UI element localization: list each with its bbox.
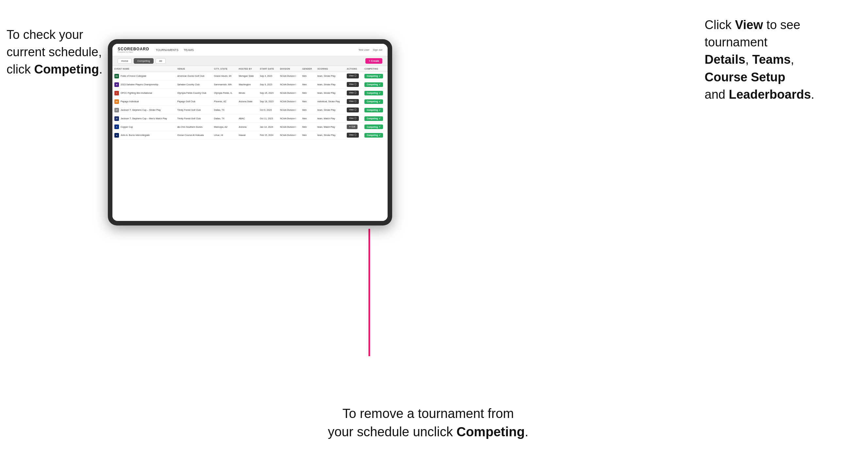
cell-division: NCAA Division I xyxy=(278,72,300,81)
brand-title: SCOREBOARD xyxy=(118,47,149,51)
view-btn[interactable]: View ⓘ xyxy=(347,107,359,113)
competing-badge[interactable]: Competing ✓ xyxy=(364,125,383,129)
cell-event-name: FS Folds of Honor Collegiate xyxy=(113,72,175,81)
cell-city-state: Sammamish, WA xyxy=(212,81,237,89)
cell-scoring: team, Match Play xyxy=(315,114,345,123)
cell-actions: ✏ Edit xyxy=(345,123,363,131)
table-row: H John A. Burns Intercollegiate Ocean Co… xyxy=(113,131,388,139)
view-btn[interactable]: View ⓘ xyxy=(347,82,359,87)
competing-badge[interactable]: Competing ✓ xyxy=(364,108,383,113)
table-row: JT Jackson T. Stephens Cup – Stroke Play… xyxy=(113,106,388,114)
cell-event-name: W 2023 Sahalee Players Championship xyxy=(113,81,175,89)
event-name-text: Papago Individual xyxy=(121,100,139,103)
view-btn[interactable]: View ⓘ xyxy=(347,116,359,121)
brand: SCOREBOARD Powered by clippi xyxy=(118,47,149,53)
view-btn[interactable]: View ⓘ xyxy=(347,73,359,79)
cell-hosted-by: Arizona xyxy=(237,123,258,131)
cell-venue: Trinity Forest Golf Club xyxy=(175,106,212,114)
cell-actions: View ⓘ xyxy=(345,72,363,81)
event-name-text: 2023 Sahalee Players Championship xyxy=(121,83,158,86)
cell-venue: Trinity Forest Golf Club xyxy=(175,114,212,123)
table-head: EVENT NAME VENUE CITY, STATE HOSTED BY S… xyxy=(113,66,388,72)
competing-badge[interactable]: Competing ✓ xyxy=(364,116,383,121)
col-competing: COMPETING xyxy=(363,66,388,72)
table-row: FS Folds of Honor Collegiate American Du… xyxy=(113,72,388,81)
cell-venue: Olympia Fields Country Club xyxy=(175,89,212,97)
filter-bar: Home Competing All + Create xyxy=(113,56,388,66)
col-start-date: START DATE xyxy=(258,66,278,72)
tournaments-table: EVENT NAME VENUE CITY, STATE HOSTED BY S… xyxy=(113,66,388,139)
cell-city-state: Dallas, TX xyxy=(212,114,237,123)
cell-gender: Men xyxy=(300,114,315,123)
nav-tournaments[interactable]: TOURNAMENTS xyxy=(156,49,179,52)
cell-hosted-by: ABAC xyxy=(237,114,258,123)
edit-btn[interactable]: ✏ Edit xyxy=(347,125,358,129)
cell-gender: Men xyxy=(300,123,315,131)
nav-user: Test User xyxy=(359,49,370,51)
competing-badge[interactable]: Competing ✓ xyxy=(364,82,383,87)
cell-actions: View ⓘ xyxy=(345,81,363,89)
cell-city-state: Maricopa, AZ xyxy=(212,123,237,131)
col-hosted-by: HOSTED BY xyxy=(237,66,258,72)
cell-scoring: team, Stroke Play xyxy=(315,89,345,97)
nav-teams[interactable]: TEAMS xyxy=(184,49,194,52)
create-btn[interactable]: + Create xyxy=(365,58,382,64)
col-venue: VENUE xyxy=(175,66,212,72)
cell-hosted-by: Washington xyxy=(237,81,258,89)
view-btn[interactable]: View ⓘ xyxy=(347,91,359,95)
cell-event-name: I OFCC Fighting Illini Invitational xyxy=(113,89,175,97)
annotation-top-right: Click View to seetournamentDetails, Team… xyxy=(705,16,862,103)
cell-start-date: Feb 15, 2024 xyxy=(258,131,278,139)
nav-links: TOURNAMENTS TEAMS xyxy=(156,49,194,52)
cell-scoring: individual, Stroke Play xyxy=(315,97,345,106)
cell-division: NCAA Division I xyxy=(278,89,300,97)
nav-signout[interactable]: Sign out xyxy=(373,49,382,51)
brand-sub: Powered by clippi xyxy=(118,51,149,53)
cell-start-date: Oct 9, 2023 xyxy=(258,106,278,114)
view-btn[interactable]: View ⓘ xyxy=(347,133,359,137)
cell-actions: View ⓘ xyxy=(345,89,363,97)
table-container: EVENT NAME VENUE CITY, STATE HOSTED BY S… xyxy=(113,66,388,221)
cell-venue: Ak-Chin Southern Dunes xyxy=(175,123,212,131)
competing-badge[interactable]: Competing ✓ xyxy=(364,91,383,95)
team-logo: JT xyxy=(114,108,119,113)
cell-venue: Papago Golf Club xyxy=(175,97,212,106)
annotation-tr-text: Click View to seetournamentDetails, Team… xyxy=(705,18,814,101)
cell-competing: Competing ✓ xyxy=(363,131,388,139)
cell-division: NCAA Division I xyxy=(278,97,300,106)
cell-scoring: team, Stroke Play xyxy=(315,131,345,139)
filter-home-btn[interactable]: Home xyxy=(118,58,132,64)
competing-badge[interactable]: Competing ✓ xyxy=(364,99,383,104)
cell-gender: Men xyxy=(300,72,315,81)
cell-city-state: Grand Haven, MI xyxy=(212,72,237,81)
filter-all-btn[interactable]: All xyxy=(156,58,166,64)
cell-division: NCAA Division I xyxy=(278,81,300,89)
cell-event-name: JT Jackson T. Stephens Cup – Stroke Play xyxy=(113,106,175,114)
navbar: SCOREBOARD Powered by clippi TOURNAMENTS… xyxy=(113,44,388,56)
event-name-text: Copper Cup xyxy=(121,126,133,128)
table-row: I OFCC Fighting Illini Invitational Olym… xyxy=(113,89,388,97)
cell-actions: View ⓘ xyxy=(345,106,363,114)
cell-gender: Men xyxy=(300,81,315,89)
event-name-text: Jackson T. Stephens Cup – Stroke Play xyxy=(121,109,161,111)
cell-competing: Competing ✓ xyxy=(363,72,388,81)
cell-hosted-by: Arizona State xyxy=(237,97,258,106)
cell-competing: Competing ✓ xyxy=(363,123,388,131)
annotation-tl-text: To check yourcurrent schedule,click Comp… xyxy=(6,28,102,76)
cell-venue: Ocean Course At Hokuala xyxy=(175,131,212,139)
team-logo: SU xyxy=(114,99,119,104)
annotation-bot-text: To remove a tournament fromyour schedule… xyxy=(328,406,528,439)
col-event-name: EVENT NAME xyxy=(113,66,175,72)
cell-event-name: SU Papago Individual xyxy=(113,97,175,106)
cell-city-state: Olympia Fields, IL xyxy=(212,89,237,97)
cell-scoring: team, Stroke Play xyxy=(315,81,345,89)
view-btn[interactable]: View ⓘ xyxy=(347,99,359,104)
team-logo: H xyxy=(114,133,119,137)
competing-badge[interactable]: Competing ✓ xyxy=(364,74,383,79)
annotation-bottom: To remove a tournament fromyour schedule… xyxy=(281,404,575,441)
cell-competing: Competing ✓ xyxy=(363,89,388,97)
competing-badge[interactable]: Competing ✓ xyxy=(364,133,383,137)
filter-competing-btn[interactable]: Competing xyxy=(134,58,154,64)
cell-venue: American Dunes Golf Club xyxy=(175,72,212,81)
cell-start-date: Oct 11, 2023 xyxy=(258,114,278,123)
